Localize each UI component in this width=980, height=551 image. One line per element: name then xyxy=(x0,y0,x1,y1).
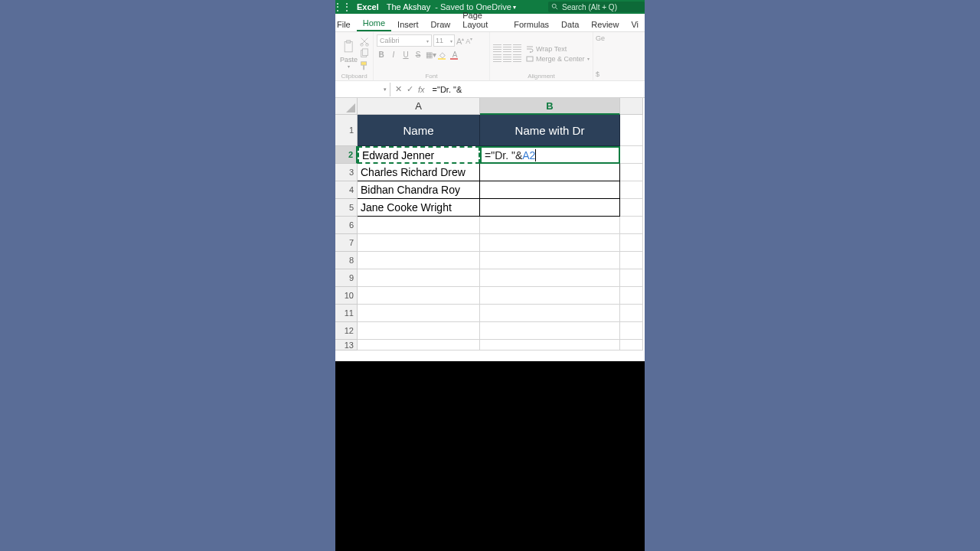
cell[interactable] xyxy=(480,217,620,234)
formula-input[interactable]: ="Dr. "& xyxy=(430,85,645,94)
cell[interactable] xyxy=(480,322,620,340)
alignment-grid[interactable] xyxy=(493,44,521,63)
row-header[interactable]: 8 xyxy=(335,252,358,269)
row-header[interactable]: 4 xyxy=(335,181,358,199)
svg-rect-9 xyxy=(363,65,364,70)
cell[interactable] xyxy=(358,287,480,305)
cell-a5[interactable]: Jane Cooke Wright xyxy=(358,199,480,217)
row-header[interactable]: 3 xyxy=(335,164,358,181)
cell[interactable] xyxy=(480,252,620,269)
cell[interactable] xyxy=(358,217,480,234)
column-header-c[interactable] xyxy=(620,98,643,115)
fill-color-button[interactable]: ◇ xyxy=(438,51,447,59)
cell[interactable] xyxy=(358,269,480,287)
row-header[interactable]: 12 xyxy=(335,322,358,340)
cell-a3[interactable]: Charles Richard Drew xyxy=(358,164,480,181)
tab-view[interactable]: Vi xyxy=(625,17,645,31)
cell[interactable] xyxy=(358,252,480,269)
cell[interactable] xyxy=(620,181,643,199)
cell-b3[interactable] xyxy=(480,164,620,181)
search-input[interactable]: Search (Alt + Q) xyxy=(548,2,645,12)
merge-center-button[interactable]: Merge & Center ▾ xyxy=(526,55,590,63)
cell[interactable] xyxy=(620,269,643,287)
row-header[interactable]: 6 xyxy=(335,217,358,234)
bold-button[interactable]: B xyxy=(377,51,386,59)
select-all-button[interactable] xyxy=(335,98,358,115)
row-header[interactable]: 11 xyxy=(335,305,358,322)
cell[interactable] xyxy=(620,322,643,340)
copy-icon[interactable] xyxy=(359,48,370,59)
cell[interactable] xyxy=(620,164,643,181)
group-label-font: Font xyxy=(377,73,486,80)
decrease-font-icon[interactable]: A▾ xyxy=(466,36,472,45)
row-header[interactable]: 7 xyxy=(335,234,358,252)
cell[interactable] xyxy=(620,234,643,252)
search-placeholder: Search (Alt + Q) xyxy=(562,3,617,11)
cell-a4[interactable]: Bidhan Chandra Roy xyxy=(358,181,480,199)
row-header[interactable]: 1 xyxy=(335,115,358,146)
tab-data[interactable]: Data xyxy=(555,17,585,31)
tab-draw[interactable]: Draw xyxy=(425,17,457,31)
cell[interactable] xyxy=(620,146,643,164)
search-icon xyxy=(551,3,559,11)
document-name[interactable]: The Akshay xyxy=(387,2,435,11)
format-painter-icon[interactable] xyxy=(359,60,370,71)
tab-formulas[interactable]: Formulas xyxy=(508,17,555,31)
cell[interactable] xyxy=(358,340,480,350)
clipboard-icon xyxy=(341,39,357,56)
cell[interactable] xyxy=(620,115,643,146)
header-cell-name[interactable]: Name xyxy=(358,115,480,146)
tab-insert[interactable]: Insert xyxy=(391,17,425,31)
wrap-text-button[interactable]: Wrap Text xyxy=(526,45,590,53)
name-box[interactable]: ▾ xyxy=(335,83,390,96)
cell[interactable] xyxy=(358,305,480,322)
accept-button[interactable]: ✓ xyxy=(407,84,413,94)
cell[interactable] xyxy=(480,340,620,350)
cell-b2-active[interactable]: ="Dr. "&A2 xyxy=(480,146,620,164)
column-header-a[interactable]: A xyxy=(358,98,480,115)
cell[interactable] xyxy=(620,305,643,322)
font-color-button[interactable]: A xyxy=(450,51,459,59)
row-header[interactable]: 10 xyxy=(335,287,358,305)
chevron-down-icon[interactable]: ▾ xyxy=(513,4,516,11)
cell-a2[interactable]: Edward Jenner xyxy=(358,146,480,164)
font-name-select[interactable]: Calibri▾ xyxy=(377,34,432,47)
font-size-select[interactable]: 11▾ xyxy=(433,34,455,47)
tab-review[interactable]: Review xyxy=(585,17,625,31)
cell[interactable] xyxy=(620,287,643,305)
underline-button[interactable]: U xyxy=(401,51,410,59)
header-cell-name-with-dr[interactable]: Name with Dr xyxy=(480,115,620,146)
cell[interactable] xyxy=(480,234,620,252)
strike-button[interactable]: S xyxy=(413,51,423,59)
row-header[interactable]: 2 xyxy=(335,146,358,164)
cell-b5[interactable] xyxy=(480,199,620,217)
tab-file[interactable]: File xyxy=(335,17,357,31)
tab-home[interactable]: Home xyxy=(357,15,391,31)
cell[interactable] xyxy=(480,269,620,287)
column-header-b[interactable]: B xyxy=(480,98,620,115)
cell-b4[interactable] xyxy=(480,181,620,199)
row-header[interactable]: 9 xyxy=(335,269,358,287)
row-header[interactable]: 13 xyxy=(335,340,358,350)
cell[interactable] xyxy=(358,234,480,252)
italic-button[interactable]: I xyxy=(389,51,398,59)
fx-icon[interactable]: fx xyxy=(418,85,425,94)
border-button[interactable]: ▦▾ xyxy=(426,51,435,59)
cell[interactable] xyxy=(620,340,643,350)
currency-button[interactable]: $ xyxy=(596,70,606,78)
increase-font-icon[interactable]: A▴ xyxy=(456,36,464,46)
paste-button[interactable]: Paste ▾ xyxy=(340,39,358,69)
number-format-select[interactable]: Ge xyxy=(596,34,606,42)
row-header[interactable]: 5 xyxy=(335,199,358,217)
cell[interactable] xyxy=(620,252,643,269)
cell[interactable] xyxy=(480,305,620,322)
text-cursor xyxy=(535,149,536,161)
cell[interactable] xyxy=(620,217,643,234)
cell[interactable] xyxy=(480,287,620,305)
app-menu-icon[interactable]: ⋮⋮ xyxy=(335,2,349,12)
cell[interactable] xyxy=(358,322,480,340)
svg-rect-8 xyxy=(361,62,367,65)
cell[interactable] xyxy=(620,199,643,217)
cut-icon[interactable] xyxy=(359,36,370,47)
cancel-button[interactable]: ✕ xyxy=(395,84,402,94)
